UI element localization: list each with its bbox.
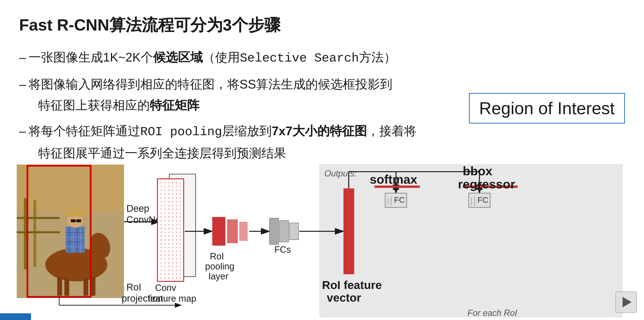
svg-text:bbox: bbox [463,164,492,178]
roi-box: Region of Interest [469,93,625,124]
svg-point-21 [67,214,84,228]
svg-rect-8 [57,276,62,296]
svg-point-6 [45,248,107,281]
svg-rect-38 [158,179,184,281]
svg-rect-24 [71,219,76,222]
svg-rect-3 [34,200,36,267]
svg-rect-9 [64,278,69,296]
bold-feature-matrix: 特征矩阵 [150,98,200,112]
svg-text:Outputs:: Outputs: [324,168,357,178]
svg-rect-1 [17,164,124,212]
svg-rect-53 [320,164,622,317]
roi-box-label: Region of Interest [479,99,615,118]
bullet-item-3: 将每个特征矩阵通过ROI pooling层缩放到7x7大小的特征图，接着将 特征… [19,122,625,162]
svg-text:FC: FC [394,195,405,204]
svg-rect-36 [158,179,184,281]
svg-text:vector: vector [327,292,361,304]
svg-point-22 [62,212,88,216]
svg-text:Conv: Conv [155,283,176,293]
svg-text:feature map: feature map [148,294,196,304]
diagram-svg: Deep ConvNet RoI projection Conv feature… [14,150,630,320]
svg-text:RoI: RoI [126,282,141,292]
slide-container: Fast R-CNN算法流程可分为3个步骤 一张图像生成1K~2K个候选区域（使… [0,0,644,320]
bullet-item-3-sub: 特征图展平通过一系列全连接层得到预测结果 [28,144,625,162]
bold-candidates: 候选区域 [153,50,203,64]
svg-rect-23 [67,209,84,216]
bottom-bar [0,313,31,320]
svg-text:For each RoI: For each RoI [468,308,517,318]
svg-text:Deep: Deep [126,203,149,214]
svg-rect-74 [374,186,420,188]
bold-7x7: 7x7大小的特征图 [272,124,367,138]
svg-text:ConvNet: ConvNet [126,214,164,225]
svg-rect-4 [17,217,60,219]
play-button[interactable] [616,292,637,313]
svg-text:pooling: pooling [205,261,234,271]
svg-text:FC: FC [478,195,488,204]
bullet-item-1: 一张图像生成1K~2K个候选区域（使用Selective Search方法） [19,48,625,68]
svg-text:layer: layer [209,271,228,281]
mono-roi-pooling: ROI pooling [140,125,222,139]
svg-rect-35 [169,174,196,276]
svg-rect-51 [290,223,299,240]
svg-text:FCs: FCs [274,245,291,255]
svg-text:RoI feature: RoI feature [322,279,382,292]
mono-selective-search: Selective Search [240,51,359,65]
svg-rect-5 [17,231,60,233]
svg-rect-25 [76,219,81,222]
svg-text:softmax: softmax [370,172,417,186]
svg-rect-68 [469,193,490,208]
svg-rect-56 [344,188,354,274]
svg-rect-49 [270,218,278,244]
svg-rect-50 [280,220,288,242]
svg-point-7 [87,230,114,261]
svg-rect-2 [24,198,28,270]
svg-rect-11 [91,276,96,296]
svg-rect-42 [212,217,226,246]
svg-rect-10 [84,278,88,296]
svg-rect-75 [463,186,518,188]
svg-rect-64 [385,193,407,208]
svg-rect-43 [227,219,238,243]
slide-title: Fast R-CNN算法流程可分为3个步骤 [19,14,625,36]
svg-rect-0 [17,164,124,298]
svg-text:projection: projection [122,293,163,304]
svg-text:RoI: RoI [210,251,224,261]
svg-rect-44 [239,222,248,241]
play-icon [622,297,632,307]
svg-text:regressor: regressor [458,177,515,191]
svg-rect-27 [28,166,91,297]
svg-rect-12 [66,226,85,253]
